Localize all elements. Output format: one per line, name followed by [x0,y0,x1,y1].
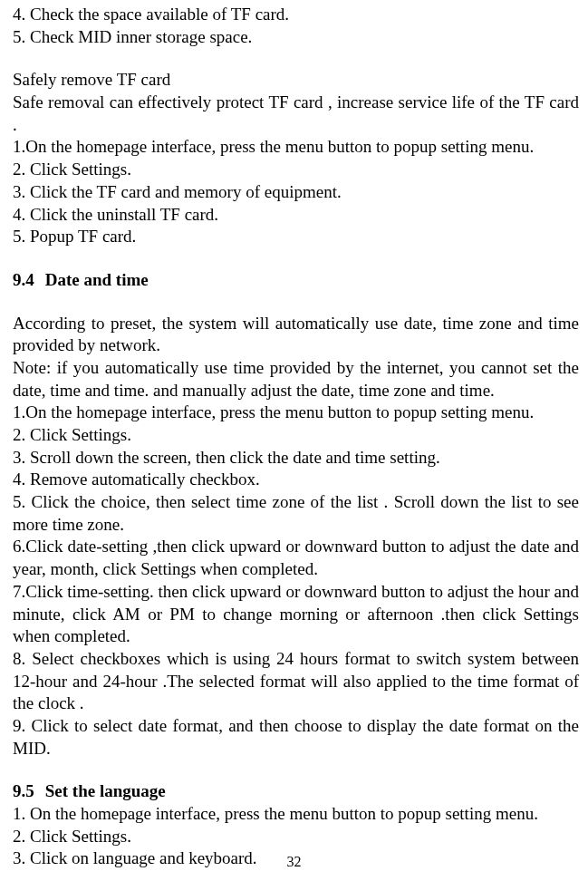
blank-line [13,48,579,69]
step-text: 1. On the homepage interface, press the … [13,803,579,826]
step-text: 8. Select checkboxes which is using 24 h… [13,648,579,715]
body-text: 5. Check MID inner storage space. [13,26,579,49]
step-text: 9. Click to select date format, and then… [13,715,579,760]
step-text: 1.On the homepage interface, press the m… [13,402,579,424]
step-text: 2. Click Settings. [13,424,579,447]
step-text: 2. Click Settings. [13,826,579,848]
step-text: 3. Scroll down the screen, then click th… [13,447,579,470]
step-text: 4. Remove automatically checkbox. [13,469,579,491]
step-text: 7.Click time-setting. then click upward … [13,581,579,648]
section-number: 9.5 [13,780,34,803]
step-text: 5. Popup TF card. [13,226,579,248]
page-number: 32 [0,853,588,872]
subheading: Safely remove TF card [13,69,579,92]
section-title: Set the language [45,781,166,800]
blank-line [13,248,579,269]
blank-line [13,760,579,780]
step-text: 4. Click the uninstall TF card. [13,204,579,227]
body-text: Safe removal can effectively protect TF … [13,92,579,136]
body-text: According to preset, the system will aut… [13,313,579,357]
step-text: 3. Click the TF card and memory of equip… [13,181,579,204]
section-heading: 9.5Set the language [13,780,579,803]
section-heading: 9.4Date and time [13,269,579,292]
blank-line [13,292,579,313]
note-text: Note: if you automatically use time prov… [13,357,579,402]
step-text: 5. Click the choice, then select time zo… [13,491,579,536]
step-text: 6.Click date-setting ,then click upward … [13,536,579,580]
step-text: 2. Click Settings. [13,159,579,181]
document-page: 4. Check the space available of TF card.… [0,0,588,881]
step-text: 1.On the homepage interface, press the m… [13,136,579,159]
section-title: Date and time [45,270,149,289]
section-number: 9.4 [13,269,34,292]
body-text: 4. Check the space available of TF card. [13,4,579,26]
